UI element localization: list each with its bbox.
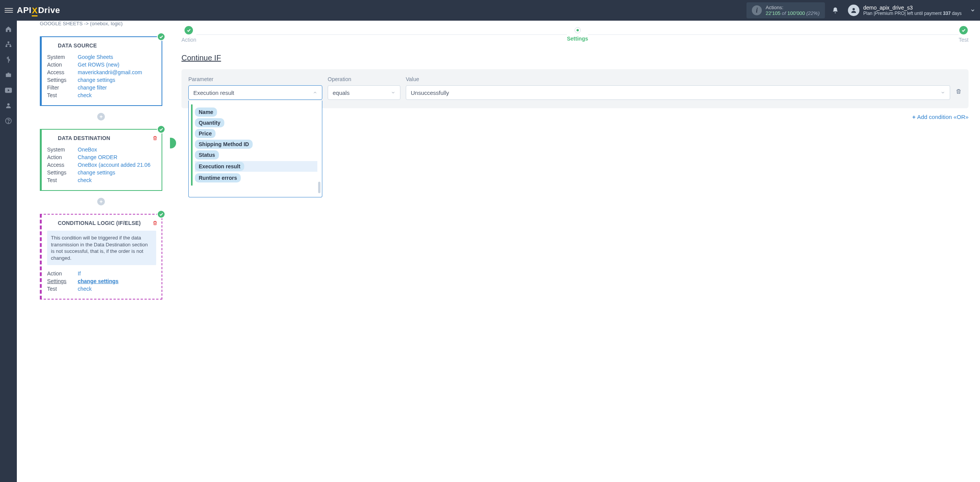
logo-text-drive: Drive (38, 5, 60, 15)
actions-usage-box[interactable]: i Actions: 22'105 of 100'000 (22%) (746, 2, 825, 18)
logo[interactable]: API X Drive (17, 5, 60, 15)
logo-text-x: X (32, 6, 38, 16)
avatar-icon (848, 5, 859, 16)
topbar: API X Drive i Actions: 22'105 of 100'000… (0, 0, 980, 21)
info-icon: i (752, 5, 762, 15)
plan-info: Plan |Premium PRO| left until payment 33… (863, 11, 962, 16)
svg-point-0 (853, 8, 855, 10)
expand-chevron-icon[interactable] (970, 8, 975, 13)
hamburger-menu-icon[interactable] (5, 6, 13, 15)
logo-text-api: API (17, 5, 31, 15)
username: demo_apix_drive_s3 (863, 5, 962, 11)
notifications-bell-icon[interactable] (832, 7, 845, 14)
actions-label: Actions: (766, 5, 820, 10)
user-block[interactable]: demo_apix_drive_s3 Plan |Premium PRO| le… (848, 5, 962, 16)
actions-values: 22'105 of 100'000 (22%) (766, 10, 820, 16)
